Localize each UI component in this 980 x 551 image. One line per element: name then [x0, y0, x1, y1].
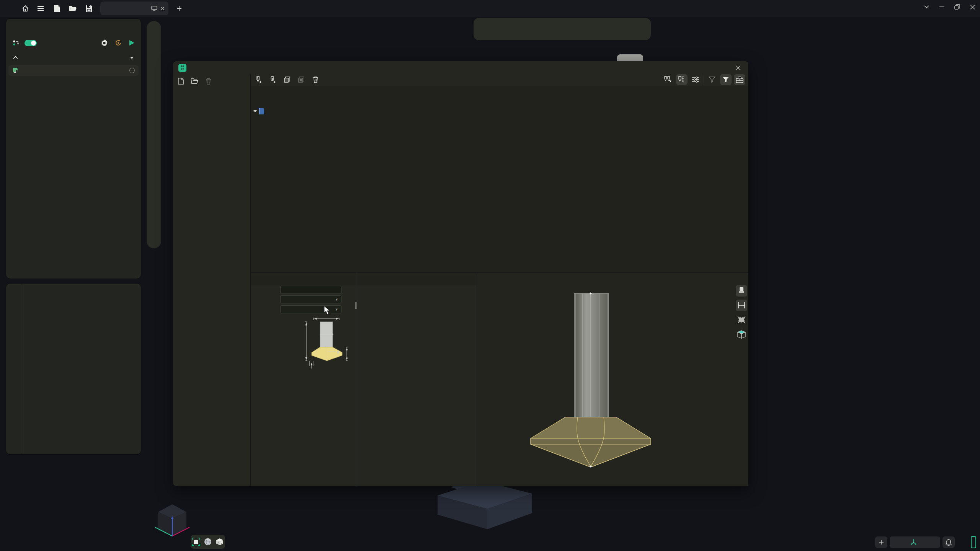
links-toggle[interactable] — [24, 40, 37, 46]
machine-row[interactable] — [8, 65, 139, 76]
links-row — [10, 37, 137, 49]
fit-view-icon[interactable] — [192, 538, 200, 546]
run-button[interactable] — [129, 40, 135, 46]
main-toolbar — [474, 18, 651, 40]
tool-3d-preview[interactable] — [477, 273, 748, 486]
tools-dialog: ency — [173, 61, 748, 486]
table-group-row[interactable] — [251, 108, 748, 115]
close-dialog-button[interactable] — [733, 63, 743, 73]
open-project-button[interactable] — [66, 2, 80, 15]
gear-icon[interactable] — [101, 39, 108, 47]
cube-view-button[interactable] — [736, 329, 747, 340]
open-library-button[interactable] — [190, 77, 199, 86]
restore-button[interactable] — [949, 0, 965, 14]
tool-group-select[interactable]: ▼ — [280, 295, 341, 303]
table-filter-row[interactable] — [251, 95, 748, 108]
background-spindle — [617, 54, 643, 62]
delete-library-button[interactable] — [204, 77, 213, 86]
tool-geometry-diagram — [301, 313, 353, 370]
tool-table-toolbar — [251, 74, 748, 85]
chevron-down-icon: ▼ — [335, 298, 338, 302]
sync-icon[interactable] — [115, 39, 122, 46]
close-window-button[interactable] — [965, 0, 980, 14]
library-badge-icon — [259, 108, 264, 114]
collapse-operation-icon[interactable] — [13, 56, 18, 59]
titlebar-dropdown-button[interactable] — [919, 0, 934, 14]
notifications-button[interactable] — [942, 536, 955, 548]
add-operation-dropdown-icon[interactable] — [130, 57, 134, 59]
tool-list-pane: ▼ ▼ — [251, 74, 748, 486]
links-icon — [11, 38, 21, 47]
monitor-icon — [151, 6, 157, 11]
group-collapse-icon[interactable] — [253, 110, 257, 113]
box-view-icon[interactable] — [216, 538, 224, 546]
background-machine-part — [438, 479, 537, 533]
mode-tabs — [10, 22, 137, 34]
setup-tree — [6, 284, 141, 454]
tools-table — [251, 86, 748, 285]
home-button[interactable] — [18, 2, 32, 15]
add-probe-button[interactable] — [268, 75, 278, 84]
paste-tool-button[interactable] — [297, 75, 306, 84]
tools-dialog-header[interactable]: ency — [173, 61, 748, 74]
new-library-button[interactable] — [176, 77, 185, 86]
viewport-toolbar — [147, 21, 161, 248]
view-cube[interactable] — [145, 497, 199, 541]
toolbox-button[interactable] — [734, 74, 745, 85]
close-tab-icon[interactable] — [160, 7, 165, 11]
copy-tool-button[interactable] — [283, 75, 292, 84]
machine-radio[interactable] — [129, 68, 135, 73]
coordinate-system-button[interactable] — [890, 536, 940, 548]
filter-button[interactable] — [720, 74, 732, 85]
plane-button[interactable] — [736, 314, 747, 326]
main-menu-button[interactable] — [34, 2, 47, 15]
machine-icon — [12, 67, 19, 74]
add-cs-button[interactable] — [875, 536, 887, 548]
app-logo-icon — [3, 3, 15, 14]
tool-name-input[interactable] — [280, 286, 341, 294]
progress-battery-icon — [971, 536, 976, 548]
shaded-view-icon[interactable] — [204, 538, 212, 546]
measure-tool-button[interactable] — [676, 74, 688, 85]
delete-tool-button[interactable] — [311, 75, 320, 84]
chevron-down-icon: ▼ — [335, 308, 338, 311]
project-tab[interactable] — [100, 2, 168, 15]
axes-icon — [910, 539, 917, 546]
subtype-select[interactable]: ▼ — [280, 305, 341, 313]
add-tab-button[interactable] — [172, 2, 186, 15]
bell-icon — [946, 539, 952, 546]
clear-filter-button[interactable] — [706, 74, 718, 85]
tool-library-pane — [173, 74, 251, 486]
tools-dialog-icon: ency — [178, 64, 186, 72]
pick-tool-button[interactable] — [662, 74, 674, 85]
view-options-button[interactable] — [690, 74, 701, 85]
tool-view-button[interactable] — [736, 285, 747, 297]
view-mini-toolbar — [191, 535, 225, 549]
tool-editor: ▼ ▼ — [251, 272, 748, 486]
add-tool-button[interactable] — [254, 75, 263, 84]
save-project-button[interactable] — [82, 2, 96, 15]
table-header-row[interactable] — [251, 86, 748, 95]
new-project-button[interactable] — [50, 2, 64, 15]
titlebar — [0, 0, 980, 17]
operation-header — [10, 53, 137, 62]
dimensions-button[interactable] — [736, 300, 747, 311]
minimize-button[interactable] — [934, 0, 949, 14]
splitter-handle[interactable] — [355, 302, 357, 309]
